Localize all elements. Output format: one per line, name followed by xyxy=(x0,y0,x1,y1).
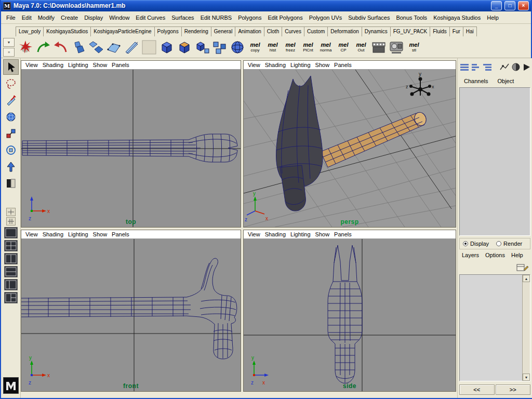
menu-edit-curves[interactable]: Edit Curves xyxy=(132,13,168,22)
scroll-up-icon[interactable]: ▲ xyxy=(523,275,530,282)
maximize-button[interactable]: □ xyxy=(504,1,515,10)
layer-list[interactable]: ▲ ▼ xyxy=(459,274,530,381)
scale-tool-button[interactable] xyxy=(3,126,19,141)
viewport-menu-show[interactable]: Show xyxy=(93,61,112,69)
new-layer-icon[interactable] xyxy=(516,262,528,273)
shelf-knife-button[interactable] xyxy=(123,38,140,57)
display-radio[interactable] xyxy=(463,241,468,246)
universal-manipulator-tool-button[interactable] xyxy=(3,142,19,158)
quick-layout-button-2[interactable] xyxy=(6,217,16,225)
viewport-menu-shading[interactable]: Shading xyxy=(265,61,290,69)
menu-edit-polygons[interactable]: Edit Polygons xyxy=(264,13,305,22)
menu-window[interactable]: Window xyxy=(106,13,132,22)
viewport-menu-panels[interactable]: Panels xyxy=(112,231,134,238)
shelf-menu-arrow-icon[interactable]: ▼ xyxy=(3,38,15,47)
shelf-gem-button[interactable] xyxy=(70,38,87,57)
viewport-menu-shading[interactable]: Shading xyxy=(43,231,68,238)
viewport-menu-lighting[interactable]: Lighting xyxy=(290,231,315,238)
shelf-tab-fluids[interactable]: Fluids xyxy=(430,26,450,36)
shelf-sphere-button[interactable] xyxy=(229,38,246,57)
layout-two-panes-stacked-button[interactable] xyxy=(4,266,18,277)
viewport-front-canvas[interactable]: z x y front xyxy=(21,239,241,391)
layout-three-panes-button[interactable] xyxy=(4,292,18,303)
shelf-tab-custom[interactable]: Custom xyxy=(304,26,328,36)
viewport-menu-lighting[interactable]: Lighting xyxy=(290,61,315,69)
layout-single-pane-button[interactable] xyxy=(4,227,18,238)
menu-layer-help[interactable]: Help xyxy=(509,251,526,259)
minimize-button[interactable]: _ xyxy=(491,1,502,10)
menu-polygons[interactable]: Polygons xyxy=(235,13,264,22)
layer-list-scrollbar[interactable]: ▲ ▼ xyxy=(522,275,530,381)
shelf-mel-cp-button[interactable]: melCP xyxy=(335,38,352,57)
shelf-tab-koshigayaparticleengine[interactable]: KoshigayaParticleEngine xyxy=(90,26,154,36)
menu-polygon-uvs[interactable]: Polygon UVs xyxy=(306,13,345,22)
shelf-tab-dynamics[interactable]: Dynamics xyxy=(362,26,391,36)
render-radio[interactable] xyxy=(496,241,501,246)
shelf-tab-general[interactable]: General xyxy=(211,26,236,36)
shaded-sphere-icon[interactable] xyxy=(511,62,521,72)
shelf-tab-koshigayastudios[interactable]: KoshigayaStudios xyxy=(43,26,91,36)
shelf-mel-freez-button[interactable]: melfreez xyxy=(282,38,299,57)
menu-create[interactable]: Create xyxy=(58,13,81,22)
select-tool-button[interactable] xyxy=(3,59,19,75)
shelf-clapperboard-button[interactable] xyxy=(370,38,388,57)
shelf-diamond-pair-button[interactable] xyxy=(87,38,105,57)
viewport-menu-view[interactable]: View xyxy=(248,61,265,69)
shelf-tab-fur[interactable]: Fur xyxy=(449,26,463,36)
menu-subdiv-surfaces[interactable]: Subdiv Surfaces xyxy=(345,13,393,22)
menu-layers[interactable]: Layers xyxy=(459,251,482,259)
viewport-menu-show[interactable]: Show xyxy=(315,231,335,238)
shelf-mel-out-button[interactable]: melOut xyxy=(352,38,370,57)
nav-forward-button[interactable]: >> xyxy=(496,384,531,395)
shelf-menu-icon[interactable]: ≡ xyxy=(3,48,15,57)
rotate-tool-button[interactable] xyxy=(3,109,19,125)
shelf-cube-button[interactable] xyxy=(158,38,176,57)
shelf-mel-plcnt-button[interactable]: melPlCnt xyxy=(299,38,317,57)
shelf-tab-fg-uv-pack[interactable]: FG_UV_PACK xyxy=(390,26,430,36)
shelf-tab-hair[interactable]: Hai xyxy=(463,26,477,36)
viewport-menu-lighting[interactable]: Lighting xyxy=(68,61,93,69)
viewport-menu-lighting[interactable]: Lighting xyxy=(68,231,93,238)
menu-options[interactable]: Options xyxy=(483,251,508,259)
layout-outliner-persp-button[interactable] xyxy=(4,279,18,290)
quick-layout-button-1[interactable] xyxy=(6,208,16,216)
shelf-blank-swatch-button[interactable] xyxy=(140,38,158,57)
shelf-scatter-button[interactable] xyxy=(211,38,229,57)
hypergraph-icon[interactable] xyxy=(500,62,509,72)
shelf-tab-curves[interactable]: Curves xyxy=(282,26,304,36)
menu-edit[interactable]: Edit xyxy=(19,13,35,22)
shelf-tab-low-poly[interactable]: Low_poly xyxy=(16,26,44,36)
show-manipulator-tool-button[interactable] xyxy=(3,159,19,175)
menu-surfaces[interactable]: Surfaces xyxy=(168,13,197,22)
menu-display[interactable]: Display xyxy=(81,13,106,22)
viewport-menu-view[interactable]: View xyxy=(25,61,43,69)
viewport-menu-panels[interactable]: Panels xyxy=(334,231,356,238)
viewport-menu-view[interactable]: View xyxy=(248,231,265,238)
tab-object[interactable]: Object xyxy=(494,77,517,85)
panel-menu-icon[interactable] xyxy=(523,62,531,72)
menu-bonus-tools[interactable]: Bonus Tools xyxy=(393,13,430,22)
lasso-tool-button[interactable] xyxy=(3,76,19,91)
close-button[interactable]: × xyxy=(518,1,529,10)
scroll-down-icon[interactable]: ▼ xyxy=(523,374,530,381)
shelf-mel-stl-button[interactable]: melstl xyxy=(405,38,423,57)
nav-back-button[interactable]: << xyxy=(459,384,495,395)
shelf-tab-cloth[interactable]: Cloth xyxy=(264,26,282,36)
shelf-tab-animation[interactable]: Animation xyxy=(235,26,264,36)
shelf-cube-split-button[interactable] xyxy=(193,38,211,57)
channel-box-layout-icon[interactable] xyxy=(483,63,492,71)
shelf-tab-deformation[interactable]: Deformation xyxy=(327,26,362,36)
layout-two-panes-side-button[interactable] xyxy=(4,253,18,264)
channel-list-icon[interactable] xyxy=(460,63,469,71)
last-tool-button[interactable] xyxy=(3,176,19,191)
viewport-menu-panels[interactable]: Panels xyxy=(334,61,356,69)
viewport-menu-panels[interactable]: Panels xyxy=(112,61,134,69)
layout-four-panes-button[interactable] xyxy=(4,240,18,251)
viewport-menu-view[interactable]: View xyxy=(25,231,43,238)
viewport-menu-shading[interactable]: Shading xyxy=(265,231,290,238)
menu-help[interactable]: Help xyxy=(484,13,502,22)
move-tool-button[interactable] xyxy=(3,92,19,108)
menu-modify[interactable]: Modify xyxy=(35,13,58,22)
shelf-film-settings-button[interactable] xyxy=(388,38,405,57)
viewport-menu-shading[interactable]: Shading xyxy=(43,61,68,69)
